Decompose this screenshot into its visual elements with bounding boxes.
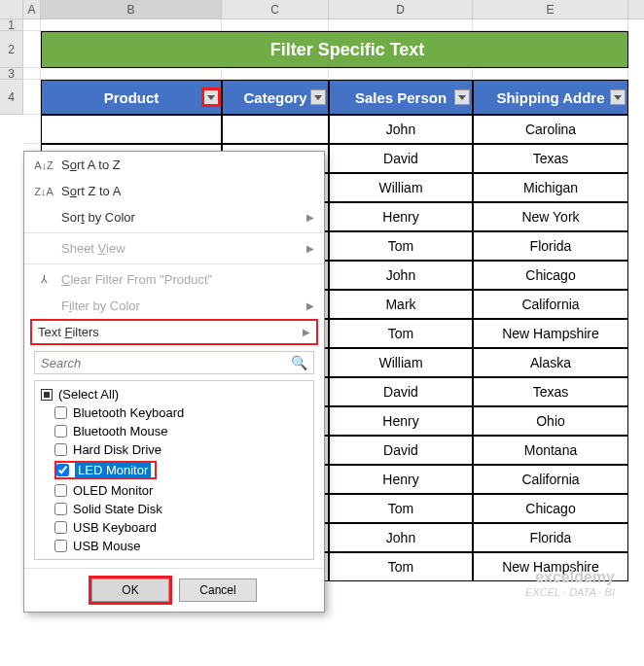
filter-dropdown-button[interactable] [610, 89, 626, 105]
cell[interactable] [23, 115, 41, 144]
cell-sales-person[interactable]: Tom [329, 231, 473, 261]
cell-shipping-address[interactable]: Chicago [473, 261, 628, 290]
search-input[interactable] [41, 356, 291, 370]
cell[interactable] [473, 68, 628, 80]
cell-shipping-address[interactable]: New Hampshire [473, 319, 628, 348]
sort-az[interactable]: A↓Z Sort A to Z [24, 152, 324, 178]
cell-shipping-address[interactable]: Florida [473, 523, 628, 552]
cell-shipping-address[interactable]: Texas [473, 377, 628, 406]
header-sales-person[interactable]: Sales Person [329, 80, 473, 115]
cell-sales-person[interactable]: David [329, 436, 473, 465]
cell-shipping-address[interactable]: Carolina [473, 115, 628, 144]
checkbox[interactable] [56, 464, 69, 476]
row-header-4[interactable]: 4 [0, 80, 23, 115]
cell[interactable] [23, 31, 41, 68]
cell[interactable] [329, 68, 473, 80]
select-all-cell[interactable] [0, 0, 23, 18]
cell[interactable] [23, 68, 41, 80]
cell-sales-person[interactable]: Henry [329, 465, 473, 494]
cell[interactable] [329, 19, 473, 31]
filter-item[interactable]: USB Mouse [35, 537, 313, 555]
cell-shipping-address[interactable]: New York [473, 202, 628, 231]
filter-dropdown-menu: A↓Z Sort A to Z Z↓A Sort Z to A Sort by … [23, 151, 325, 613]
header-shipping-address[interactable]: Shipping Addre [473, 80, 628, 115]
filter-item[interactable]: OLED Monitor [35, 481, 313, 500]
filter-item[interactable]: USB Keyboard [35, 518, 313, 537]
cell-shipping-address[interactable]: California [473, 290, 628, 319]
cell-sales-person[interactable]: David [329, 377, 473, 406]
cell-sales-person[interactable]: Henry [329, 406, 473, 436]
cell-shipping-address[interactable]: Alaska [473, 348, 628, 377]
checkbox-mixed-icon[interactable] [41, 389, 53, 401]
cell[interactable] [222, 68, 329, 80]
col-header-C[interactable]: C [222, 0, 329, 18]
filter-item[interactable]: Solid State Disk [35, 500, 313, 518]
cell-shipping-address[interactable]: Michigan [473, 173, 628, 202]
filter-dropdown-button[interactable] [203, 89, 219, 105]
chevron-right-icon: ▶ [306, 300, 314, 311]
cell[interactable] [222, 19, 329, 31]
filter-dropdown-button[interactable] [454, 89, 470, 105]
cell-sales-person[interactable]: Tom [329, 494, 473, 523]
header-product[interactable]: Product [41, 80, 222, 115]
checkbox[interactable] [54, 484, 67, 497]
sort-by-color[interactable]: Sort by Color ▶ [24, 204, 324, 230]
chevron-right-icon: ▶ [306, 212, 314, 223]
cell[interactable] [41, 68, 222, 80]
cell-sales-person[interactable]: Tom [329, 319, 473, 348]
cell-sales-person[interactable]: John [329, 523, 473, 552]
cancel-button[interactable]: Cancel [179, 578, 257, 602]
sort-za[interactable]: Z↓A Sort Z to A [24, 178, 324, 204]
filter-dropdown-button[interactable] [310, 89, 326, 105]
cell[interactable] [41, 115, 222, 144]
cell[interactable] [41, 19, 222, 31]
cell-shipping-address[interactable]: Florida [473, 231, 628, 261]
cell-shipping-address[interactable]: Montana [473, 436, 628, 465]
checkbox[interactable] [54, 503, 67, 515]
cell-sales-person[interactable]: William [329, 173, 473, 202]
cell-sales-person[interactable]: Mark [329, 290, 473, 319]
col-header-E[interactable]: E [473, 0, 628, 18]
filter-item[interactable]: Bluetooth Mouse [35, 422, 313, 440]
filter-item[interactable]: Bluetooth Keyboard [35, 403, 313, 422]
cell-sales-person[interactable]: John [329, 261, 473, 290]
filter-values-list: (Select All) Bluetooth Keyboard Bluetoot… [34, 380, 314, 560]
checkbox[interactable] [54, 540, 67, 552]
filter-item-label: OLED Monitor [73, 483, 153, 498]
row-header-2[interactable]: 2 [0, 31, 23, 68]
filter-item-select-all[interactable]: (Select All) [35, 385, 313, 403]
col-header-A[interactable]: A [23, 0, 41, 18]
filter-item[interactable]: Hard Disk Drive [35, 440, 313, 459]
title-cell[interactable]: Filter Specific Text [222, 31, 473, 68]
divider [24, 232, 324, 233]
cell[interactable] [473, 19, 628, 31]
checkbox[interactable] [54, 425, 67, 438]
col-header-D[interactable]: D [329, 0, 473, 18]
cell-sales-person[interactable]: Tom [329, 552, 473, 581]
cell-sales-person[interactable]: David [329, 144, 473, 173]
cell[interactable] [23, 19, 41, 31]
cell-shipping-address[interactable]: California [473, 465, 628, 494]
checkbox[interactable] [54, 443, 67, 456]
cell-sales-person[interactable]: Henry [329, 202, 473, 231]
cell-shipping-address[interactable]: Texas [473, 144, 628, 173]
cell-shipping-address[interactable]: Ohio [473, 406, 628, 436]
row-header-1[interactable]: 1 [0, 19, 23, 31]
cell[interactable] [23, 80, 41, 115]
cell[interactable] [222, 115, 329, 144]
ok-button[interactable]: OK [91, 578, 169, 602]
row-header-3[interactable]: 3 [0, 68, 23, 80]
cell-sales-person[interactable]: John [329, 115, 473, 144]
text-filters[interactable]: Text Filters ▶ [32, 321, 316, 343]
cell-shipping-address[interactable]: Chicago [473, 494, 628, 523]
cell-sales-person[interactable]: William [329, 348, 473, 377]
title-cell[interactable] [473, 31, 628, 68]
checkbox[interactable] [54, 406, 67, 419]
title-cell[interactable] [41, 31, 222, 68]
header-category[interactable]: Category [222, 80, 329, 115]
filter-item-led-monitor[interactable]: LED Monitor [35, 459, 313, 481]
col-header-B[interactable]: B [41, 0, 222, 18]
filter-by-color: Filter by Color ▶ [24, 293, 324, 319]
search-box[interactable]: 🔍 [34, 351, 314, 374]
checkbox[interactable] [54, 521, 67, 534]
